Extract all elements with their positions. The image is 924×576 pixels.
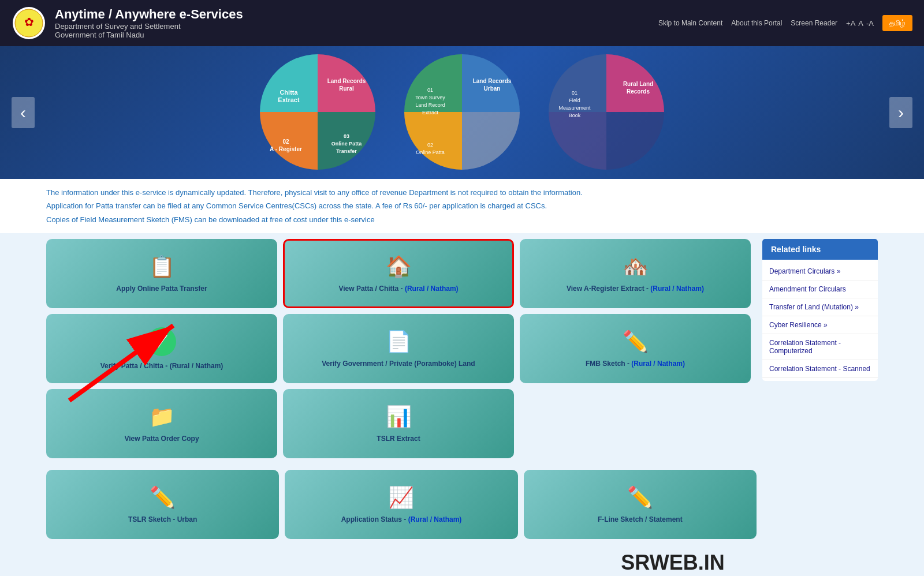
svg-text:02: 02 [282,139,289,145]
svg-text:Land Records: Land Records [473,78,512,84]
view-aregister-label: View A-Register Extract - (Rural / Natha… [567,285,704,293]
font-increase[interactable]: +A [846,19,855,28]
service-card-apply-patta[interactable]: 📋 Apply Online Patta Transfer [46,239,277,308]
app-status-icon: 📈 [388,485,414,510]
service-card-tslr-extract[interactable]: 📊 TSLR Extract [283,389,514,458]
svg-text:Chitta: Chitta [280,89,298,96]
logo: ✿ [12,6,46,40]
sidebar: Related links Department Circulars » Ame… [762,239,878,458]
banner-prev-button[interactable]: ‹ [12,97,35,128]
tslr-urban-icon: ✏️ [150,485,176,510]
service-card-tslr-urban[interactable]: ✏️ TSLR Sketch - Urban [46,470,279,539]
tslr-extract-label: TSLR Extract [377,435,420,443]
patta-order-icon: 📁 [149,405,175,429]
related-links-panel: Related links Department Circulars » Ame… [762,239,878,381]
patta-order-label: View Patta Order Copy [124,435,199,443]
font-controls: +A A -A [846,19,874,28]
view-aregister-icon: 🏘️ [623,255,649,279]
tamil-button[interactable]: தமிழ் [882,15,912,31]
info-line-2: Application for Patta transfer can be fi… [46,199,878,212]
font-normal[interactable]: A [858,19,863,28]
verify-patta-icon: ✓ [147,327,176,356]
verify-govt-label: Verify Government / Private (Poramboke) … [322,360,475,368]
pie-chart-3: 01 Field Measurement Book Rural Land Rec… [543,48,670,177]
banner: ‹ › Chitta Extract Land Records Rural 02… [0,46,924,179]
pie-chart-2: 01 Town Survey Land Record Extract Land … [398,48,526,177]
about-portal[interactable]: About this Portal [731,19,782,27]
svg-text:Online Patta: Online Patta [416,149,445,155]
service-card-verify-patta[interactable]: ✓ Verify Patta / Chitta - (Rural / Natha… [46,314,277,383]
fmb-link[interactable]: (Rural / Natham) [631,360,685,368]
service-card-patta-order[interactable]: 📁 View Patta Order Copy [46,389,277,458]
view-patta-icon: 🏠 [386,255,412,279]
aregister-link[interactable]: (Rural / Natham) [650,285,704,293]
header-title-block: Anytime / Anywhere e-Services Department… [55,7,658,39]
svg-text:Field: Field [569,98,580,103]
header-nav: Skip to Main Content About this Portal S… [658,15,912,31]
info-line-1: The information under this e-service is … [46,186,878,199]
svg-text:Measurement: Measurement [558,105,591,111]
fmb-label: FMB Sketch - (Rural / Natham) [586,360,685,368]
govt-name: Government of Tamil Nadu [55,31,658,39]
banner-next-button[interactable]: › [889,97,912,128]
services-grid: 📋 Apply Online Patta Transfer 🏠 View Pat… [46,239,751,458]
fmb-icon: ✏️ [623,330,649,354]
fline-label: F-Line Sketch / Statement [598,515,683,523]
related-link-3[interactable]: Transfer of Land (Mutation) » [762,298,878,316]
svg-text:Records: Records [627,88,650,95]
font-decrease[interactable]: -A [866,19,874,28]
svg-text:Rural Land: Rural Land [623,81,653,87]
info-line-3: Copies of Field Measurement Sketch (FMS)… [46,213,878,226]
verify-patta-label: Verify Patta / Chitta - (Rural / Natham) [100,362,223,370]
apply-patta-icon: 📋 [149,255,175,279]
svg-text:03: 03 [344,133,349,139]
verify-govt-icon: 📄 [386,330,412,354]
srweb-text: SRWEB.IN [621,551,724,575]
service-card-app-status[interactable]: 📈 Application Status - (Rural / Natham) [285,470,517,539]
app-status-label: Application Status - (Rural / Natham) [341,515,462,523]
apply-patta-label: Apply Online Patta Transfer [116,285,207,293]
service-card-view-patta[interactable]: 🏠 View Patta / Chitta - (Rural / Natham) [283,239,514,308]
svg-text:✿: ✿ [24,16,34,28]
related-link-5[interactable]: Correlation Statement - Computerized [762,334,878,360]
tslr-urban-label: TSLR Sketch - Urban [128,515,197,523]
svg-text:01: 01 [572,90,578,96]
related-link-1[interactable]: Department Circulars » [762,263,878,280]
related-link-6[interactable]: Correlation Statement - Scanned [762,360,878,378]
service-card-fmb[interactable]: ✏️ FMB Sketch - (Rural / Natham) [520,314,751,383]
app-status-link[interactable]: (Rural / Natham) [408,515,462,523]
view-patta-label: View Patta / Chitta - (Rural / Natham) [338,285,458,293]
svg-text:Book: Book [569,113,581,118]
svg-text:Town Survey: Town Survey [415,95,445,100]
svg-text:Land Records: Land Records [327,78,366,84]
service-card-view-aregister[interactable]: 🏘️ View A-Register Extract - (Rural / Na… [520,239,751,308]
view-patta-link[interactable]: (Rural / Natham) [405,285,459,293]
skip-to-main[interactable]: Skip to Main Content [658,19,722,27]
sidebar-spacer [762,470,878,539]
srweb-box: SRWEB.IN [583,551,762,575]
pie-chart-1: Chitta Extract Land Records Rural 02 A -… [254,48,381,177]
info-section: The information under this e-service is … [0,179,924,233]
svg-text:Urban: Urban [484,85,501,92]
service-card-fline[interactable]: ✏️ F-Line Sketch / Statement [524,470,757,539]
svg-text:A - Register: A - Register [270,146,302,152]
service-card-verify-govt[interactable]: 📄 Verify Government / Private (Poramboke… [283,314,514,383]
related-links-list: Department Circulars » Amendment for Cir… [762,260,878,381]
svg-text:01: 01 [427,87,433,93]
bottom-row: ✏️ TSLR Sketch - Urban 📈 Application Sta… [0,464,924,545]
related-links-header: Related links [762,239,878,260]
site-title: Anytime / Anywhere e-Services [55,7,658,22]
related-link-2[interactable]: Amendment for Circulars [762,280,878,298]
svg-text:02: 02 [427,142,433,148]
main-content: 📋 Apply Online Patta Transfer 🏠 View Pat… [0,233,924,464]
screen-reader[interactable]: Screen Reader [791,19,837,27]
svg-text:Land Record: Land Record [415,102,445,108]
dept-name: Department of Survey and Settlement [55,22,658,31]
svg-text:Extract: Extract [422,110,439,115]
svg-text:Online Patta: Online Patta [331,141,363,147]
svg-text:Extract: Extract [278,96,300,103]
tslr-extract-icon: 📊 [386,405,412,429]
srweb-row: SRWEB.IN [0,545,924,576]
header: ✿ Anytime / Anywhere e-Services Departme… [0,0,924,46]
related-link-4[interactable]: Cyber Resilience » [762,316,878,334]
